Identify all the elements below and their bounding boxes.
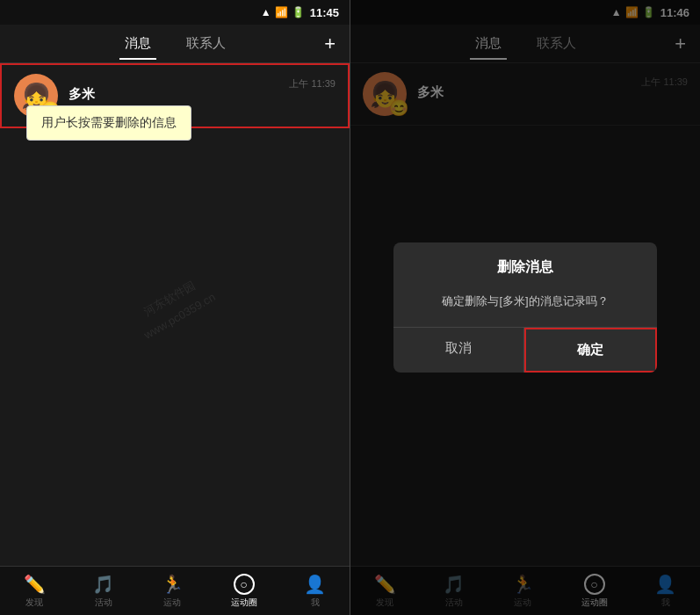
left-tooltip: 用户长按需要删除的信息 [26,105,191,141]
left-sports-label: 运动 [163,597,181,609]
dialog-message: 确定删除与[多米]的消息记录吗？ [393,286,657,328]
left-status-icons: ▲ 📶 🔋 [261,6,305,18]
dialog-buttons: 取消 确定 [393,327,657,373]
dialog-cancel-button[interactable]: 取消 [393,328,524,373]
dialog-confirm-button[interactable]: 确定 [524,328,658,373]
left-me-icon: 👤 [304,574,326,595]
dialog-title: 删除消息 [393,242,657,286]
left-discover-icon: ✏️ [24,574,46,595]
battery-icon: 🔋 [292,6,305,18]
left-nav-item-me[interactable]: 👤 我 [304,574,326,609]
left-sportscircle-icon: ○ [234,574,255,595]
left-activity-label: 活动 [95,597,112,609]
dialog-overlay: 删除消息 确定删除与[多米]的消息记录吗？ 取消 确定 [350,0,700,615]
left-activity-icon: 🎵 [92,574,114,595]
wifi-icon: ▲ [261,6,271,18]
left-nav-item-sportscircle[interactable]: ○ 运动圈 [231,574,257,609]
left-me-label: 我 [311,597,320,609]
delete-dialog: 删除消息 确定删除与[多米]的消息记录吗？ 取消 确定 [393,242,657,373]
left-sportscircle-label: 运动圈 [231,597,257,609]
signal-icon: 📶 [275,6,288,18]
left-nav-item-activity[interactable]: 🎵 活动 [92,574,114,609]
left-time: 11:45 [310,6,339,19]
left-tab-messages[interactable]: 消息 [107,28,169,59]
left-sports-icon: 🏃 [162,574,184,595]
left-tooltip-text: 用户长按需要删除的信息 [41,115,177,129]
left-bottom-nav: ✏️ 发现 🎵 活动 🏃 运动 ○ 运动圈 👤 我 [0,566,350,615]
left-nav-item-sports[interactable]: 🏃 运动 [162,574,184,609]
left-tab-contacts[interactable]: 联系人 [169,28,243,59]
left-nav-tabs: 消息 联系人 + [0,25,350,63]
left-phone-panel: ▲ 📶 🔋 11:45 消息 联系人 + 👧 😊 多米 上午 11:39 [0,0,350,615]
left-discover-label: 发现 [25,597,43,609]
left-nav-item-discover[interactable]: ✏️ 发现 [24,574,46,609]
left-chat-time: 上午 11:39 [289,77,336,90]
right-phone-panel: ▲ 📶 🔋 11:46 消息 联系人 + 👧 😊 多米 上午 11:39 [350,0,700,615]
left-status-bar: ▲ 📶 🔋 11:45 [0,0,350,25]
left-add-button[interactable]: + [324,33,336,55]
